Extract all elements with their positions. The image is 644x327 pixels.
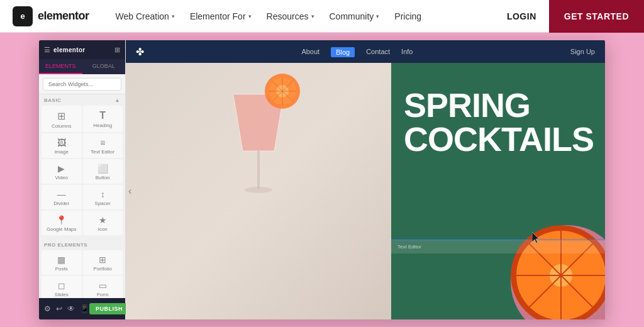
get-started-button[interactable]: GET STARTED [549, 0, 644, 33]
left-edge-arrow[interactable]: ‹ [128, 186, 131, 197]
widget-text-editor[interactable]: ≡ Text Editor [83, 133, 123, 158]
svg-point-9 [245, 187, 272, 193]
settings-icon[interactable]: ⚙ [44, 304, 51, 313]
widget-label: Text Editor [91, 149, 114, 155]
nav-item-community[interactable]: Community ▾ [322, 8, 387, 25]
inner-nav-links: About Blog Contact Info [301, 46, 413, 57]
logo-area[interactable]: e elementor [0, 6, 102, 26]
chevron-down-icon: ▾ [248, 13, 252, 19]
widget-label: Heading [93, 123, 112, 128]
form-icon: ▭ [99, 280, 107, 291]
widget-columns[interactable]: ⊞ Columns [42, 106, 82, 132]
editor-sidebar: ☰ elementor ⊞ ELEMENTS GLOBAL [39, 40, 126, 319]
divider-icon: — [57, 189, 66, 199]
widget-icon[interactable]: ★ Icon [83, 211, 123, 235]
widget-button[interactable]: ⬜ Button [83, 159, 123, 184]
basic-section-header: BASIC ▲ [39, 94, 125, 104]
text-editor-bar[interactable]: Text Editor [391, 240, 605, 253]
columns-icon: ⊞ [57, 110, 65, 122]
chevron-down-icon: ▾ [376, 13, 379, 19]
widget-label: Image [55, 149, 69, 155]
icon-widget-icon: ★ [99, 215, 107, 225]
widget-heading[interactable]: T Heading [83, 106, 123, 132]
inner-nav-info[interactable]: Info [401, 48, 413, 55]
sidebar-tabs: ELEMENTS GLOBAL [39, 59, 125, 74]
search-input[interactable] [43, 78, 121, 91]
nav-right: LOGIN GET STARTED [494, 0, 644, 33]
widget-form[interactable]: ▭ Form [83, 276, 123, 298]
widget-label: Portfolio [94, 266, 112, 272]
inner-nav-blog[interactable]: Blog [331, 46, 355, 57]
widget-spacer[interactable]: ↕ Spacer [83, 185, 123, 209]
widget-divider[interactable]: — Divider [42, 185, 82, 209]
publish-button[interactable]: PUBLISH [89, 303, 129, 314]
cocktails-text-section: SPRING COCKTAILS Text Editor [391, 63, 605, 319]
mouse-cursor [532, 232, 542, 247]
chevron-down-icon: ▾ [311, 13, 314, 19]
preview-icon[interactable]: 👁 [67, 304, 75, 313]
spacer-icon: ↕ [101, 189, 105, 199]
inner-nav-signup[interactable]: Sign Up [570, 48, 595, 55]
widget-label: Divider [53, 201, 69, 206]
basic-widgets-grid: ⊞ Columns T Heading 🖼 Image ≡ Text Edito… [39, 104, 125, 236]
inner-website-nav: ✤ About Blog Contact Info Sign Up [126, 40, 605, 63]
inner-nav-about[interactable]: About [301, 48, 319, 55]
tab-global[interactable]: GLOBAL [82, 59, 126, 74]
main-content: ☰ elementor ⊞ ELEMENTS GLOBAL [0, 33, 644, 327]
nav-items: Web Creation ▾ Elementor For ▾ Resources… [108, 8, 494, 25]
image-icon: 🖼 [57, 138, 66, 148]
nav-item-elementor-for[interactable]: Elementor For ▾ [182, 8, 259, 25]
inner-nav-contact[interactable]: Contact [366, 48, 390, 55]
sidebar-hamburger-icon[interactable]: ☰ [44, 46, 50, 54]
widget-label: Icon [98, 226, 108, 232]
widget-label: Slides [55, 292, 69, 297]
widget-posts[interactable]: ▦ Posts [42, 250, 82, 275]
elementor-logo-icon: e [13, 6, 33, 26]
section-collapse-icon[interactable]: ▲ [115, 97, 120, 103]
spring-cocktails-headline: SPRING COCKTAILS [404, 88, 592, 156]
video-icon: ▶ [58, 164, 65, 174]
spring-text: SPRING [404, 88, 592, 122]
portfolio-icon: ⊞ [99, 255, 106, 265]
bottom-action-icons: ⚙ ↩ 👁 📱 [44, 304, 89, 313]
text-editor-label: Text Editor [397, 244, 421, 250]
cocktail-glass-illustration [196, 69, 321, 245]
pro-widgets-grid: ▦ Posts ⊞ Portfolio ◻ Slides ▭ Form [39, 249, 125, 298]
widget-slides[interactable]: ◻ Slides [42, 276, 82, 298]
cocktail-photo-section: ‹ [126, 63, 391, 319]
widget-label: Video [55, 175, 68, 180]
pro-section-header: PRO ELEMENTS [39, 239, 125, 249]
widget-video[interactable]: ▶ Video [42, 159, 82, 184]
search-area [39, 74, 125, 94]
responsive-icon[interactable]: 📱 [80, 304, 89, 313]
nav-item-resources[interactable]: Resources ▾ [259, 8, 322, 25]
text-editor-icon: ≡ [100, 138, 105, 148]
widget-label: Posts [55, 266, 68, 272]
nav-item-web-creation[interactable]: Web Creation ▾ [108, 8, 182, 25]
sidebar-header: ☰ elementor ⊞ [39, 40, 125, 59]
widget-label: Columns [52, 123, 72, 129]
website-content: ‹ SPRING COCKTAILS Text Editor [126, 63, 605, 319]
history-icon[interactable]: ↩ [56, 304, 62, 313]
editor-container: ☰ elementor ⊞ ELEMENTS GLOBAL [39, 40, 605, 319]
tab-elements[interactable]: ELEMENTS [39, 59, 82, 74]
cocktails-text: COCKTAILS [404, 122, 592, 156]
nav-item-pricing[interactable]: Pricing [387, 8, 429, 25]
sidebar-grid-icon[interactable]: ⊞ [114, 46, 120, 54]
inner-nav-logo: ✤ [136, 46, 144, 58]
heading-icon: T [99, 110, 106, 121]
sidebar-logo-text: elementor [53, 47, 86, 53]
widgets-area: BASIC ▲ ⊞ Columns T Heading 🖼 Image [39, 94, 125, 298]
editor-preview: ✤ About Blog Contact Info Sign Up [126, 40, 605, 319]
posts-icon: ▦ [57, 255, 65, 265]
widget-label: Form [97, 292, 109, 297]
top-navigation: e elementor Web Creation ▾ Elementor For… [0, 0, 644, 33]
widget-google-maps[interactable]: 📍 Google Maps [42, 211, 82, 235]
button-icon: ⬜ [97, 164, 108, 174]
login-button[interactable]: LOGIN [494, 5, 549, 28]
widget-image[interactable]: 🖼 Image [42, 133, 82, 158]
widget-portfolio[interactable]: ⊞ Portfolio [83, 250, 123, 275]
chevron-down-icon: ▾ [172, 13, 175, 19]
google-maps-icon: 📍 [56, 215, 67, 225]
slides-icon: ◻ [58, 280, 65, 291]
